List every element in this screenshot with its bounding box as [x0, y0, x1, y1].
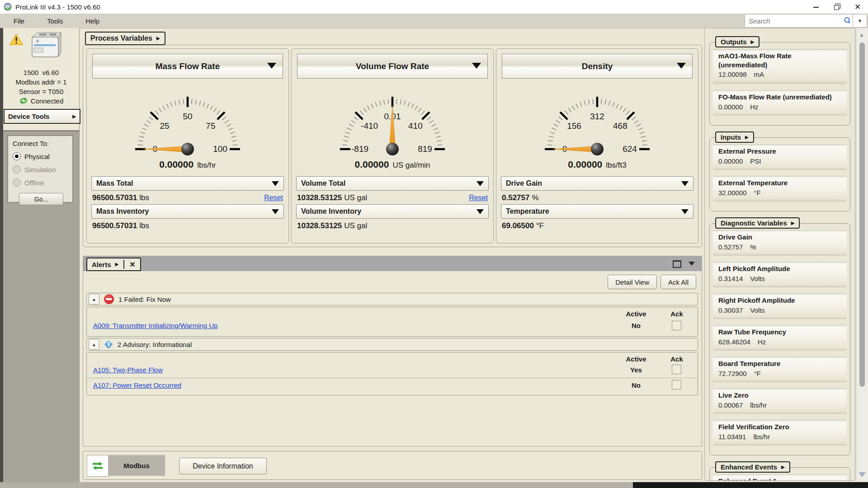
right-panel-scrollbar[interactable]: ▲ — [856, 28, 868, 481]
totalizer-select[interactable]: Mass Total — [91, 176, 284, 191]
collapse-button[interactable]: ▲ — [89, 339, 99, 350]
ack-column-header: Ack — [662, 355, 691, 363]
variable-card: Left Pickoff Amplitude 0.31414Volts — [713, 262, 847, 287]
svg-text:468: 468 — [613, 121, 627, 131]
ack-all-button[interactable]: Ack All — [660, 275, 696, 289]
search-options-dropdown[interactable]: ▼ — [853, 14, 867, 28]
sync-arrows-icon — [19, 97, 28, 105]
search-box[interactable] — [745, 14, 853, 28]
arrow-right-icon: ▶ — [72, 114, 76, 119]
minimize-button[interactable] — [806, 0, 826, 14]
inventory-value-row: 96500.57031 lbs — [87, 219, 288, 230]
dropdown-caret-icon — [272, 209, 279, 214]
taskbar-edge — [633, 482, 868, 488]
dropdown-caret-icon — [272, 181, 279, 186]
window-left-edge — [0, 28, 3, 488]
ack-column-header: Ack — [662, 310, 691, 318]
variable-card: External Temperature 32.00000°F — [713, 176, 847, 202]
detail-view-button[interactable]: Detail View — [608, 275, 657, 289]
enhanced-events-header[interactable]: Enhanced Events ▶ — [715, 461, 790, 473]
diagnostic-variables-header[interactable]: Diagnostic Variables ▶ — [715, 217, 800, 229]
menu-file[interactable]: File — [5, 15, 33, 27]
search-input[interactable] — [745, 17, 843, 25]
radio-simulation: Simulation — [13, 165, 72, 174]
svg-text:624: 624 — [623, 144, 637, 154]
temperature-select[interactable]: Temperature — [501, 204, 693, 219]
gauge-variable-select[interactable]: Volume Flow Rate — [297, 54, 488, 79]
diagnostic-variables-section: Diagnostic Variables ▶ Drive Gain 0.5275… — [709, 223, 850, 455]
process-variables-header[interactable]: Process Variables ▶ — [85, 32, 165, 45]
connection-bar: Modbus Device Information — [83, 451, 702, 480]
inventory-value-row: 10328.53125 US gal — [292, 219, 493, 230]
collapse-button[interactable]: ▲ — [89, 294, 99, 305]
go-button[interactable]: Go... — [19, 193, 63, 205]
gauge-dial: 0156312468624 — [516, 82, 679, 158]
gauge-value: 0.00000 lbs/hr — [87, 159, 288, 170]
alert-group-advisory-header: ▲ 2 Advisory: Informational — [86, 338, 698, 351]
svg-text:75: 75 — [206, 121, 215, 131]
alert-active-value: Yes — [618, 366, 654, 374]
arrow-right-icon: ▶ — [751, 40, 755, 44]
connection-type-tab[interactable] — [87, 455, 108, 477]
restore-button[interactable] — [826, 0, 847, 14]
ack-checkbox[interactable] — [672, 380, 681, 389]
panel-layout-icon[interactable] — [673, 260, 681, 268]
diagnostic-select[interactable]: Drive Gain — [501, 176, 693, 191]
device-tools-button[interactable]: Device Tools ▶ — [4, 109, 80, 124]
scroll-down-icon[interactable] — [859, 472, 866, 477]
radio-offline-icon — [13, 178, 21, 187]
inventory-select[interactable]: Volume Inventory — [296, 204, 489, 219]
reset-link[interactable]: Reset — [264, 194, 283, 202]
outputs-header[interactable]: Outputs ▶ — [715, 36, 760, 47]
reset-link[interactable]: Reset — [469, 194, 488, 202]
temperature-value-row: 69.06500 °F — [496, 219, 698, 230]
radio-offline: Offline — [13, 178, 72, 187]
window-title: ProLink III v4.3 - 1500 v6.60 — [15, 3, 100, 11]
device-information-button[interactable]: Device Information — [179, 458, 267, 474]
connection-protocol-label[interactable]: Modbus — [108, 455, 165, 476]
ack-checkbox[interactable] — [672, 321, 681, 330]
gauge-variable-select[interactable]: Mass Flow Rate — [92, 54, 283, 79]
scroll-up-icon[interactable]: ▲ — [859, 32, 864, 38]
process-variables-panel: Mass Flow Rate 0255075100 0.00000 lbs/hr… — [83, 45, 702, 247]
gauge-column-density: Density 0156312468624 0.00000 lbs/ft3 Dr… — [496, 48, 698, 244]
device-panel: 1500 v6.60 Modbus addr = 1 Sensor = T050… — [3, 28, 80, 130]
search-icon[interactable] — [843, 16, 850, 25]
menu-tools[interactable]: Tools — [38, 15, 72, 27]
prolink-window: ProLink III v4.3 - 1500 v6.60 ✕ File Too… — [0, 0, 868, 488]
connect-to-group: Connect To: Physical Simulation Offline … — [7, 135, 73, 203]
alert-link-a009[interactable]: A009: Transmitter Initializing/Warming U… — [93, 322, 217, 329]
device-id-block: 1500 v6.60 Modbus addr = 1 Sensor = T050 — [3, 68, 79, 96]
alerts-close-button[interactable]: ✕ — [129, 260, 135, 269]
device-modbus-addr: Modbus addr = 1 — [3, 77, 79, 87]
arrow-right-icon: ▶ — [115, 262, 119, 267]
close-button[interactable]: ✕ — [847, 0, 868, 14]
panel-menu-caret-icon[interactable] — [689, 262, 695, 266]
radio-physical-icon — [13, 152, 21, 160]
variable-card: Board Temperature 72.72900°F — [713, 357, 847, 382]
alert-link-a105[interactable]: A105: Two-Phase Flow — [93, 366, 163, 374]
totalizer-select[interactable]: Volume Total — [296, 176, 489, 191]
alerts-tab[interactable]: Alerts ▶ ✕ — [86, 258, 141, 271]
gauge-column-mass-flow: Mass Flow Rate 0255075100 0.00000 lbs/hr… — [86, 48, 289, 244]
gauge-variable-select[interactable]: Density — [502, 54, 693, 79]
app-logo-icon — [4, 3, 12, 11]
menu-help[interactable]: Help — [76, 15, 108, 27]
radio-physical[interactable]: Physical — [13, 152, 72, 160]
inventory-select[interactable]: Mass Inventory — [91, 204, 284, 219]
radio-simulation-icon — [13, 165, 21, 174]
svg-text:100: 100 — [213, 144, 227, 154]
variable-card: Right Pickoff Amplitude 0.30037Volts — [713, 293, 847, 319]
variable-card: FO-Mass Flow Rate (unremediated) 0.00000… — [713, 90, 847, 116]
alert-link-a107[interactable]: A107: Power Reset Occurred — [93, 381, 181, 389]
arrow-right-icon: ▶ — [156, 36, 160, 41]
advisory-info-icon — [104, 340, 113, 349]
minimize-icon — [813, 6, 819, 8]
ack-checkbox[interactable] — [672, 365, 681, 374]
variable-card: mAO1-Mass Flow Rate (unremediated) 12.00… — [713, 49, 847, 84]
scrollbar-thumb[interactable] — [859, 42, 865, 387]
title-bar: ProLink III v4.3 - 1500 v6.60 ✕ — [0, 0, 868, 14]
inputs-header[interactable]: Inputs ▶ — [715, 131, 754, 143]
gauge-value: 0.00000 US gal/min — [292, 159, 493, 170]
inputs-section: Inputs ▶ External Pressure 0.00000PSI Ex… — [709, 137, 850, 211]
